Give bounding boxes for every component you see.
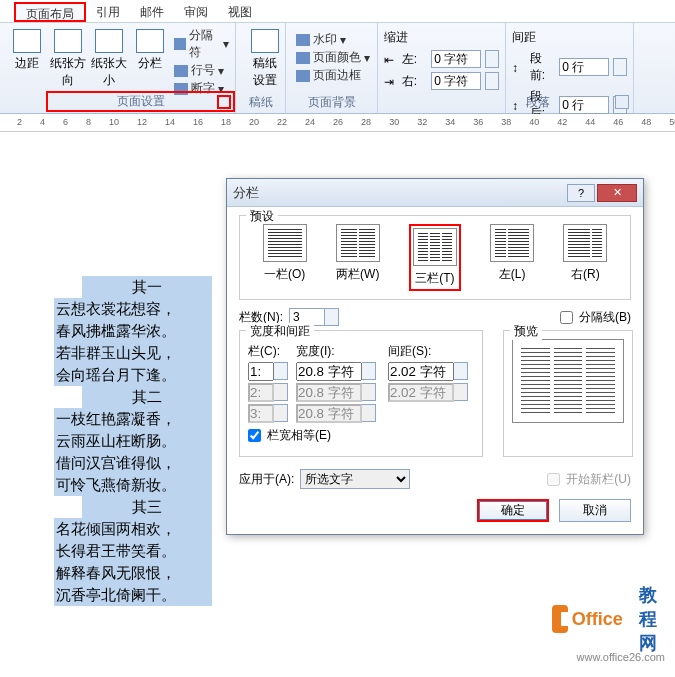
tab-mailings[interactable]: 邮件 [130, 2, 174, 22]
group-label-page-setup: 页面设置 [46, 91, 235, 112]
start-new-checkbox [547, 473, 560, 486]
cancel-button[interactable]: 取消 [559, 499, 631, 522]
apply-to-select[interactable]: 所选文字 [300, 469, 410, 489]
doc-line: 会向瑶台月下逢。 [54, 364, 212, 386]
logo-icon [552, 605, 568, 633]
tab-page-layout[interactable]: 页面布局 [14, 2, 86, 22]
spacing-header: 间距(S): [388, 343, 474, 360]
doc-line: 名花倾国两相欢， [54, 518, 212, 540]
equal-width-label: 栏宽相等(E) [267, 427, 331, 444]
preview-icon [512, 339, 624, 423]
preset-three[interactable]: 三栏(T) [409, 224, 461, 291]
col-header: 栏(C): [248, 343, 290, 360]
doc-line: 其二 [82, 386, 212, 408]
equal-width-checkbox[interactable] [248, 429, 261, 442]
page-color-icon [296, 52, 310, 64]
dialog-title: 分栏 [233, 184, 565, 202]
group-page-background: 水印 ▾ 页面颜色 ▾ 页面边框 页面背景 [286, 23, 378, 113]
watermark-button[interactable]: 水印 ▾ [296, 31, 371, 48]
ribbon-tabs: 页面布局 引用 邮件 审阅 视图 [0, 0, 675, 22]
doc-line: 借问汉宫谁得似， [54, 452, 212, 474]
brand-text-1: Office [572, 609, 623, 630]
page-color-button[interactable]: 页面颜色 ▾ [296, 49, 371, 66]
width-spacing-fieldset: 宽度和间距 栏(C): 宽度(I): 间距(S): [239, 330, 483, 457]
doc-line: 若非群玉山头见， [54, 342, 212, 364]
apply-to-label: 应用于(A): [239, 471, 294, 488]
group-manuscript: 稿纸 设置 稿纸 [236, 23, 286, 113]
tab-references[interactable]: 引用 [86, 2, 130, 22]
doc-line: 春风拂槛露华浓。 [54, 320, 212, 342]
spacing-before-field: ↕段前: [512, 50, 627, 84]
spinner [274, 383, 288, 401]
col2-width [296, 383, 362, 402]
brand-text-2: 教程网 [627, 583, 657, 655]
orientation-button[interactable]: 纸张方向 [47, 27, 88, 97]
spinner[interactable] [362, 362, 376, 380]
margins-button[interactable]: 边距 [6, 27, 47, 97]
doc-line: 云雨巫山枉断肠。 [54, 430, 212, 452]
columns-button[interactable]: 分栏 [129, 27, 170, 97]
preset-one[interactable]: 一栏(O) [263, 224, 307, 291]
col3-num [248, 404, 274, 423]
preset-two[interactable]: 两栏(W) [336, 224, 380, 291]
presets-fieldset: 预设 一栏(O) 两栏(W) 三栏(T) 左(L) [239, 215, 631, 300]
group-spacing: 间距 ↕段前: ↕段后: 段落 [506, 23, 634, 113]
doc-line: 解释春风无限恨， [54, 562, 212, 584]
preset-right[interactable]: 右(R) [563, 224, 607, 291]
manuscript-button[interactable]: 稿纸 设置 [242, 27, 288, 91]
ribbon: 边距 纸张方向 纸张大小 分栏 分隔符 ▾ 行号 ▾ 断字 ▾ 页面设置 稿纸 … [0, 22, 675, 114]
spinner[interactable] [454, 362, 468, 380]
group-label-page-background: 页面背景 [286, 92, 377, 113]
site-watermark: Office教程网 www.office26.com [577, 651, 665, 663]
spacing-before-input[interactable] [559, 58, 609, 76]
tab-view[interactable]: 视图 [218, 2, 262, 22]
col1-width[interactable] [296, 362, 362, 381]
size-button[interactable]: 纸张大小 [88, 27, 129, 97]
doc-line: 云想衣裳花想容， [54, 298, 212, 320]
spinner[interactable] [274, 362, 288, 380]
help-button[interactable]: ? [567, 184, 595, 202]
width-spacing-legend: 宽度和间距 [246, 323, 314, 340]
spacing-before-icon: ↕ [512, 61, 526, 73]
col1-spacing[interactable] [388, 362, 454, 381]
paragraph-launcher[interactable] [615, 95, 629, 109]
doc-line: 长得君王带笑看。 [54, 540, 212, 562]
margins-icon [13, 29, 41, 53]
spinner[interactable] [325, 308, 339, 326]
line-numbers-icon [174, 65, 188, 77]
spinner[interactable] [485, 50, 499, 68]
col2-num [248, 383, 274, 402]
size-icon [95, 29, 123, 53]
close-button[interactable]: ✕ [597, 184, 637, 202]
spinner[interactable] [485, 72, 499, 90]
preset-left[interactable]: 左(L) [490, 224, 534, 291]
line-numbers-button[interactable]: 行号 ▾ [174, 62, 229, 79]
presets-legend: 预设 [246, 208, 278, 225]
indent-label: 缩进 [384, 27, 499, 48]
page-borders-button[interactable]: 页面边框 [296, 67, 371, 84]
breaks-icon [174, 38, 186, 50]
spinner [362, 383, 376, 401]
preview-fieldset: 预览 [503, 330, 633, 457]
dialog-titlebar[interactable]: 分栏 ? ✕ [227, 179, 643, 207]
page-setup-launcher[interactable] [217, 95, 231, 109]
breaks-button[interactable]: 分隔符 ▾ [174, 27, 229, 61]
tab-review[interactable]: 审阅 [174, 2, 218, 22]
line-between-checkbox[interactable] [560, 311, 573, 324]
line-between-label: 分隔线(B) [579, 309, 631, 326]
manuscript-icon [251, 29, 279, 53]
doc-line: 其一 [82, 276, 212, 298]
preview-legend: 预览 [510, 323, 542, 340]
start-new-label: 开始新栏(U) [566, 471, 631, 488]
doc-line: 沉香亭北倚阑干。 [54, 584, 212, 606]
indent-left-icon: ⇤ [384, 53, 398, 65]
ok-button[interactable]: 确定 [477, 499, 549, 522]
indent-right-input[interactable] [431, 72, 481, 90]
document-body: 其一 云想衣裳花想容， 春风拂槛露华浓。 若非群玉山头见， 会向瑶台月下逢。 其… [54, 276, 212, 606]
indent-left-input[interactable] [431, 50, 481, 68]
col1-num[interactable] [248, 362, 274, 381]
col2-spacing [388, 383, 454, 402]
spinner[interactable] [613, 58, 627, 76]
group-page-setup: 边距 纸张方向 纸张大小 分栏 分隔符 ▾ 行号 ▾ 断字 ▾ 页面设置 [0, 23, 236, 113]
indent-left-field: ⇤左: [384, 50, 499, 68]
